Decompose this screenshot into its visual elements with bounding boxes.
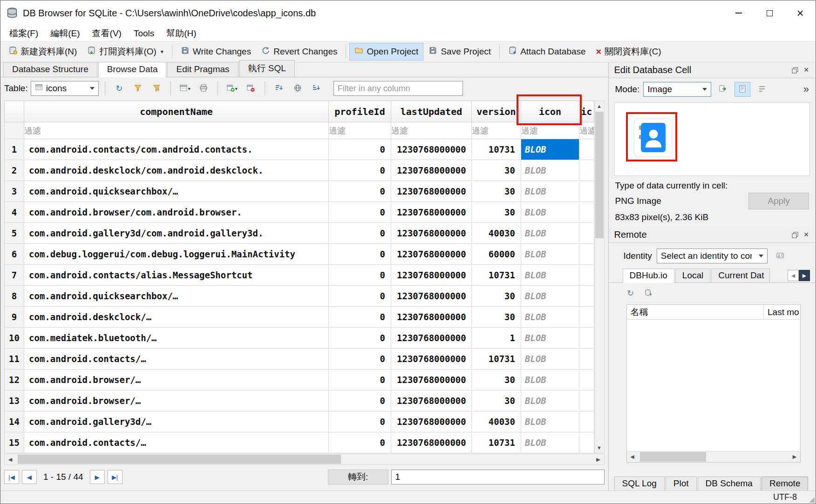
cell-profileId[interactable]: 0 — [329, 244, 391, 265]
cell-componentName[interactable]: com.android.browser/com.android.browser. — [24, 202, 329, 223]
dock-tab-plot[interactable]: Plot — [666, 477, 697, 491]
save-table-button[interactable]: ▾ — [177, 81, 193, 96]
maximize-button[interactable] — [754, 0, 785, 26]
column-header-profileId[interactable]: profileId — [329, 101, 391, 122]
open-database-dropdown-icon[interactable]: ▾ — [161, 48, 163, 55]
cell-version[interactable]: 40030 — [472, 223, 521, 244]
toolbar-overflow-chevron[interactable]: » — [803, 83, 811, 95]
row-number[interactable]: 2 — [5, 160, 24, 181]
cell-componentName[interactable]: com.android.quicksearchbox/… — [24, 181, 329, 202]
cell-lastUpdated[interactable]: 1230768000000 — [391, 411, 472, 432]
cell-profileId[interactable]: 0 — [329, 181, 391, 202]
text-mode-button[interactable] — [734, 82, 750, 97]
filter-profileId[interactable]: 過濾 — [329, 122, 391, 139]
tab-database-structure[interactable]: Database Structure — [3, 62, 97, 77]
resize-grip[interactable] — [809, 497, 815, 503]
cell-lastUpdated[interactable]: 1230768000000 — [391, 370, 472, 390]
menu-help[interactable]: 幫助(H) — [160, 26, 202, 41]
cell-icon[interactable]: BLOB — [521, 390, 579, 411]
vertical-scrollbar-thumb[interactable] — [595, 112, 604, 238]
cell-componentName[interactable]: com.android.gallery3d/… — [24, 411, 329, 432]
cell-partial[interactable] — [579, 307, 594, 328]
remote-tab-local[interactable]: Local — [675, 269, 710, 282]
cell-profileId[interactable]: 0 — [329, 349, 391, 370]
column-header-lastUpdated[interactable]: lastUpdated — [391, 101, 472, 122]
cell-icon[interactable]: BLOB — [521, 307, 579, 328]
row-number[interactable]: 5 — [5, 223, 24, 244]
cell-version[interactable]: 30 — [472, 160, 521, 181]
table-select[interactable]: icons — [31, 81, 99, 96]
dock-tab-remote[interactable]: Remote — [762, 477, 809, 491]
filter-componentName[interactable]: 過濾 — [24, 122, 329, 139]
cell-partial[interactable] — [579, 349, 594, 370]
cell-profileId[interactable]: 0 — [329, 139, 391, 160]
cell-lastUpdated[interactable]: 1230768000000 — [391, 265, 472, 286]
row-number[interactable]: 13 — [5, 390, 24, 411]
close-panel-button[interactable]: × — [801, 229, 812, 241]
cell-version[interactable]: 30 — [472, 181, 521, 202]
cell-profileId[interactable]: 0 — [329, 223, 391, 244]
row-number[interactable]: 11 — [5, 349, 24, 370]
scroll-right-icon[interactable]: ▶ — [593, 454, 604, 464]
save-project-button[interactable]: Save Project — [423, 43, 496, 60]
cell-partial[interactable] — [579, 265, 594, 286]
close-panel-button[interactable]: × — [801, 65, 812, 76]
identity-select[interactable]: Select an identity to conne — [657, 249, 768, 263]
cell-partial[interactable] — [579, 432, 594, 453]
scroll-up-icon[interactable]: ▲ — [595, 101, 604, 111]
horizontal-scrollbar-track[interactable] — [638, 451, 789, 462]
cell-profileId[interactable]: 0 — [329, 328, 391, 349]
filter-lastUpdated[interactable]: 過濾 — [391, 122, 472, 139]
clear-filters-button[interactable] — [130, 81, 146, 96]
tab-execute-sql[interactable]: 執行 SQL — [239, 60, 295, 77]
next-record-button[interactable]: ▶ — [90, 470, 105, 484]
remote-horizontal-scrollbar[interactable]: ◀ ▶ — [627, 451, 800, 462]
insert-record-button[interactable]: ▾ — [224, 81, 240, 96]
tab-edit-pragmas[interactable]: Edit Pragmas — [167, 62, 238, 77]
tab-scroll-right-button[interactable]: ▶ — [799, 270, 810, 281]
menu-view[interactable]: 查看(V) — [86, 26, 128, 41]
horizontal-scrollbar-track[interactable] — [16, 454, 593, 464]
cell-lastUpdated[interactable]: 1230768000000 — [391, 307, 472, 328]
identity-settings-button[interactable] — [772, 249, 788, 263]
scroll-right-icon[interactable]: ▶ — [789, 451, 800, 462]
column-header-partial[interactable]: ic — [579, 101, 594, 122]
cell-icon[interactable]: BLOB — [521, 139, 579, 160]
float-panel-button[interactable] — [789, 229, 801, 241]
scroll-left-icon[interactable]: ◀ — [5, 454, 16, 464]
remote-list-body[interactable] — [627, 320, 800, 451]
row-number[interactable]: 8 — [5, 286, 24, 307]
new-database-button[interactable]: 新建資料庫(N) — [3, 42, 82, 61]
close-button[interactable]: × — [785, 0, 816, 26]
cell-version[interactable]: 10731 — [472, 349, 521, 370]
filter-options-button[interactable] — [149, 81, 164, 96]
column-header-version[interactable]: version — [472, 101, 521, 122]
mode-select[interactable]: Image — [643, 82, 711, 97]
menu-tools[interactable]: Tools — [128, 27, 160, 40]
cell-version[interactable]: 30 — [472, 286, 521, 307]
row-number[interactable]: 6 — [5, 244, 24, 265]
cell-icon[interactable]: BLOB — [521, 265, 579, 286]
cell-icon[interactable]: BLOB — [521, 432, 579, 453]
filter-icon[interactable]: 過濾 — [521, 122, 579, 139]
cell-lastUpdated[interactable]: 1230768000000 — [391, 286, 472, 307]
encoding-indicator[interactable]: UTF-8 — [773, 492, 797, 502]
cell-lastUpdated[interactable]: 1230768000000 — [391, 139, 472, 160]
last-record-button[interactable]: ▶| — [108, 470, 122, 484]
cell-version[interactable]: 10731 — [472, 432, 521, 453]
sort-descending-button[interactable] — [308, 81, 324, 96]
cell-icon[interactable]: BLOB — [521, 411, 579, 432]
cell-version[interactable]: 1 — [472, 328, 521, 349]
column-header-componentName[interactable]: componentName — [24, 101, 329, 122]
revert-changes-button[interactable]: Revert Changes — [256, 43, 342, 60]
cell-profileId[interactable]: 0 — [329, 265, 391, 286]
cell-version[interactable]: 30 — [472, 370, 521, 390]
list-header-name[interactable]: 名稱 — [627, 305, 764, 319]
cell-partial[interactable] — [579, 223, 594, 244]
cell-profileId[interactable]: 0 — [329, 411, 391, 432]
menu-file[interactable]: 檔案(F) — [3, 26, 44, 41]
cell-lastUpdated[interactable]: 1230768000000 — [391, 181, 472, 202]
cell-partial[interactable] — [579, 139, 594, 160]
write-changes-button[interactable]: Write Changes — [176, 43, 256, 60]
cell-partial[interactable] — [579, 202, 594, 223]
